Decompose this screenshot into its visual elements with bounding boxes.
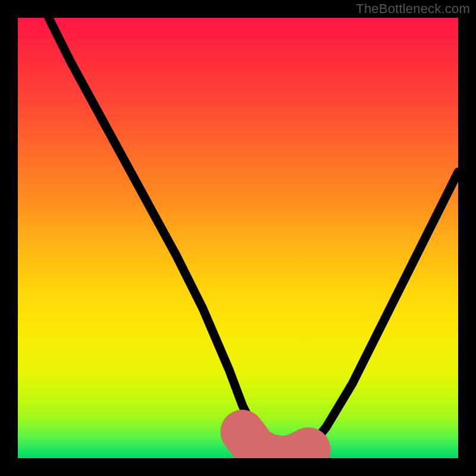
chart-svg	[18, 18, 458, 458]
bottleneck-curve-line	[49, 18, 458, 458]
watermark-text: TheBottleneck.com	[356, 1, 470, 17]
plot-area	[18, 18, 458, 458]
chart-frame: TheBottleneck.com	[0, 0, 476, 476]
optimal-range-highlight	[242, 432, 308, 458]
